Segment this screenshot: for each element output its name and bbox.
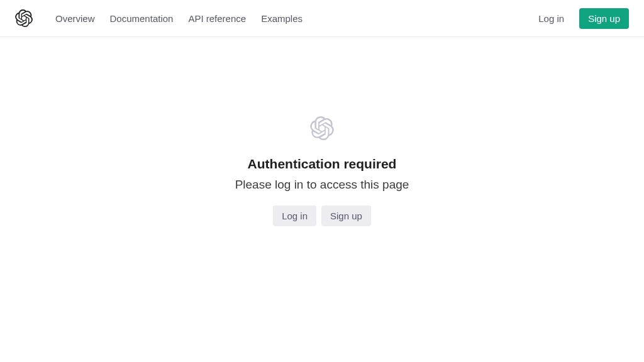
page-subtitle: Please log in to access this page — [235, 178, 409, 192]
main-nav: Overview Documentation API reference Exa… — [55, 13, 538, 24]
header-auth: Log in Sign up — [538, 8, 629, 29]
header: Overview Documentation API reference Exa… — [0, 0, 644, 37]
header-signup-button[interactable]: Sign up — [579, 8, 629, 29]
logo[interactable] — [15, 9, 33, 27]
login-button[interactable]: Log in — [273, 206, 316, 226]
page-title: Authentication required — [248, 156, 397, 172]
nav-examples[interactable]: Examples — [261, 13, 303, 24]
nav-api-reference[interactable]: API reference — [188, 13, 246, 24]
nav-overview[interactable]: Overview — [55, 13, 95, 24]
header-login-link[interactable]: Log in — [538, 13, 564, 24]
auth-required-icon — [310, 116, 334, 143]
main-content: Authentication required Please log in to… — [0, 37, 644, 226]
signup-button[interactable]: Sign up — [321, 206, 371, 226]
auth-buttons: Log in Sign up — [273, 206, 371, 226]
openai-knot-icon — [15, 9, 33, 27]
nav-documentation[interactable]: Documentation — [110, 13, 174, 24]
openai-knot-icon — [310, 116, 334, 140]
